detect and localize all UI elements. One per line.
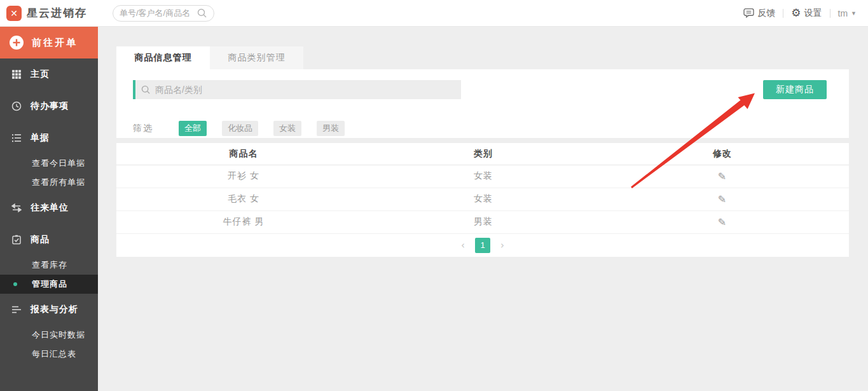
divider bbox=[783, 9, 783, 18]
sidebar-item-view-stock[interactable]: 查看库存 bbox=[0, 256, 98, 275]
plus-circle-icon bbox=[9, 35, 24, 50]
caret-down-icon: ▼ bbox=[851, 10, 857, 17]
create-order-label: 前往开单 bbox=[32, 37, 78, 49]
active-dot bbox=[13, 282, 17, 286]
global-search[interactable] bbox=[113, 5, 214, 22]
sub-item-label: 查看今日单据 bbox=[32, 158, 85, 169]
sidebar-item-products[interactable]: 商品 bbox=[0, 224, 98, 256]
table-header-row: 商品名 类别 修改 bbox=[116, 143, 849, 165]
sub-item-label: 每日汇总表 bbox=[32, 348, 76, 360]
sub-item-label: 查看所有单据 bbox=[32, 177, 85, 188]
search-icon bbox=[197, 8, 207, 18]
table-row: 开衫 女 女装 ✎ bbox=[116, 165, 849, 188]
sidebar-item-label: 往来单位 bbox=[31, 202, 69, 214]
filter-row: 筛选 全部 化妆品 女装 男装 bbox=[133, 121, 360, 136]
filter-chip-all[interactable]: 全部 bbox=[179, 121, 207, 136]
sidebar-item-label: 主页 bbox=[31, 69, 50, 80]
sidebar-item-today-realtime[interactable]: 今日实时数据 bbox=[0, 326, 98, 345]
list-icon bbox=[11, 133, 22, 143]
product-table: 商品名 类别 修改 开衫 女 女装 ✎ 毛衣 女 女装 ✎ bbox=[116, 143, 849, 234]
table-row: 牛仔裤 男 男装 ✎ bbox=[116, 210, 849, 233]
sidebar-item-today-orders[interactable]: 查看今日单据 bbox=[0, 154, 98, 173]
sub-item-label: 今日实时数据 bbox=[32, 329, 85, 341]
sub-item-label: 查看库存 bbox=[32, 259, 67, 271]
product-name-cell: 牛仔裤 男 bbox=[116, 210, 371, 233]
main-content: 商品信息管理 商品类别管理 新建商品 筛选 全部 化妆品 女装 男装 bbox=[98, 27, 868, 391]
topbar-actions: 反馈 ⚙ 设置 tm ▼ bbox=[743, 8, 857, 19]
app-logo-icon: ✕ bbox=[6, 6, 22, 21]
app-title: 星云进销存 bbox=[27, 6, 87, 20]
swap-icon bbox=[11, 203, 22, 213]
column-header-category: 类别 bbox=[371, 143, 596, 165]
product-category-cell: 男装 bbox=[371, 210, 596, 233]
filter-label: 筛选 bbox=[133, 123, 153, 134]
edit-pencil-icon[interactable]: ✎ bbox=[718, 170, 727, 182]
toolbar-panel: 新建商品 筛选 全部 化妆品 女装 男装 bbox=[116, 69, 849, 138]
filter-chip-women[interactable]: 女装 bbox=[273, 121, 301, 136]
new-product-button[interactable]: 新建商品 bbox=[763, 80, 827, 99]
product-name-cell: 毛衣 女 bbox=[116, 188, 371, 210]
feedback-bubble-icon bbox=[743, 8, 754, 18]
sidebar-item-manage-products[interactable]: 管理商品 bbox=[0, 275, 98, 294]
clipboard-check-icon bbox=[11, 235, 22, 245]
table-row: 毛衣 女 女装 ✎ bbox=[116, 188, 849, 210]
search-icon bbox=[141, 85, 151, 95]
sidebar-item-home[interactable]: 主页 bbox=[0, 58, 98, 90]
pagination: ‹ 1 › bbox=[116, 234, 849, 257]
create-order-button[interactable]: 前往开单 bbox=[0, 27, 98, 58]
sidebar-item-label: 报表与分析 bbox=[31, 304, 78, 315]
sidebar-item-partners[interactable]: 往来单位 bbox=[0, 192, 98, 224]
sub-item-label: 管理商品 bbox=[32, 278, 67, 290]
sidebar-item-label: 商品 bbox=[31, 234, 50, 245]
settings-button[interactable]: ⚙ 设置 bbox=[791, 8, 822, 19]
user-menu[interactable]: tm ▼ bbox=[838, 8, 857, 18]
chevron-right-icon[interactable]: › bbox=[500, 240, 504, 251]
edit-pencil-icon[interactable]: ✎ bbox=[718, 216, 727, 228]
column-header-edit: 修改 bbox=[596, 143, 849, 165]
tab-product-category[interactable]: 商品类别管理 bbox=[210, 46, 303, 69]
column-header-name: 商品名 bbox=[116, 143, 371, 165]
tab-bar: 商品信息管理 商品类别管理 bbox=[116, 46, 868, 69]
chart-lines-icon bbox=[11, 305, 22, 315]
product-name-cell: 开衫 女 bbox=[116, 165, 371, 188]
edit-pencil-icon[interactable]: ✎ bbox=[718, 193, 727, 205]
feedback-label: 反馈 bbox=[757, 8, 775, 19]
sidebar-item-reports[interactable]: 报表与分析 bbox=[0, 294, 98, 326]
filter-chip-cosmetics[interactable]: 化妆品 bbox=[222, 121, 258, 136]
sidebar-item-label: 待办事项 bbox=[31, 100, 69, 112]
tab-product-info[interactable]: 商品信息管理 bbox=[116, 46, 210, 69]
divider bbox=[830, 9, 830, 18]
sidebar-item-all-orders[interactable]: 查看所有单据 bbox=[0, 173, 98, 192]
product-search[interactable] bbox=[133, 80, 461, 99]
product-search-input[interactable] bbox=[155, 85, 455, 95]
feedback-button[interactable]: 反馈 bbox=[743, 8, 775, 19]
chevron-left-icon[interactable]: ‹ bbox=[461, 240, 465, 251]
grid-icon bbox=[11, 69, 22, 79]
settings-label: 设置 bbox=[804, 8, 822, 19]
filter-chip-men[interactable]: 男装 bbox=[317, 121, 345, 136]
user-name: tm bbox=[838, 8, 848, 18]
top-bar: ✕ 星云进销存 反馈 ⚙ 设置 tm ▼ bbox=[0, 0, 868, 27]
page-number[interactable]: 1 bbox=[475, 238, 490, 253]
product-table-panel: 商品名 类别 修改 开衫 女 女装 ✎ 毛衣 女 女装 ✎ bbox=[116, 143, 849, 257]
product-category-cell: 女装 bbox=[371, 165, 596, 188]
global-search-input[interactable] bbox=[120, 8, 197, 18]
product-category-cell: 女装 bbox=[371, 188, 596, 210]
sidebar-item-daily-summary[interactable]: 每日汇总表 bbox=[0, 345, 98, 364]
gear-icon: ⚙ bbox=[791, 8, 801, 18]
logo-glyph: ✕ bbox=[10, 8, 18, 18]
clock-icon bbox=[11, 101, 22, 111]
sidebar-item-label: 单据 bbox=[31, 132, 50, 144]
sidebar-item-orders[interactable]: 单据 bbox=[0, 122, 98, 154]
sidebar-item-todo[interactable]: 待办事项 bbox=[0, 90, 98, 122]
sidebar: 前往开单 主页 待办事项 bbox=[0, 27, 98, 391]
